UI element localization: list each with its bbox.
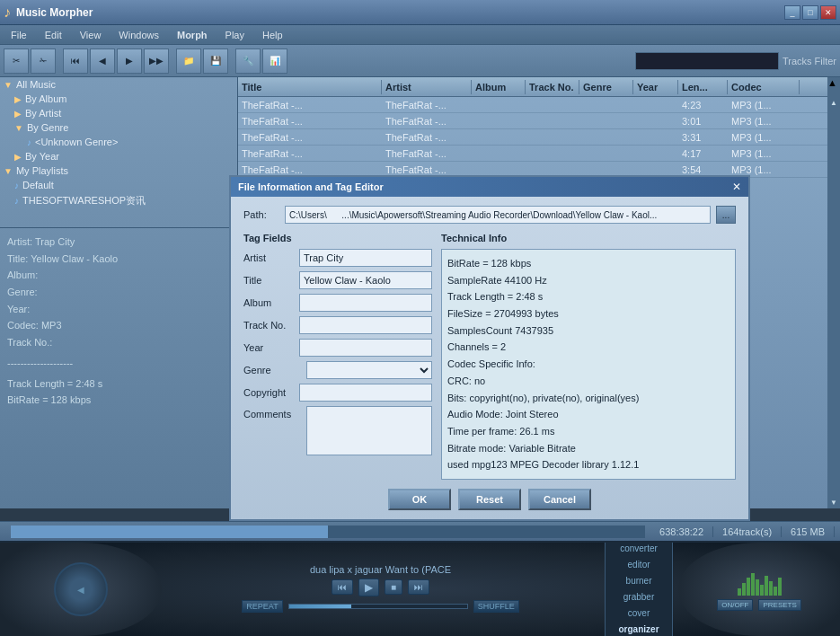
info-track-length: Track Length = 2:48 s bbox=[7, 375, 230, 393]
scroll-down[interactable]: ▼ bbox=[830, 499, 837, 507]
tree-item-my-playlists[interactable]: ▼ My Playlists bbox=[0, 163, 237, 178]
path-browse-button[interactable]: ... bbox=[716, 206, 736, 224]
prev-button[interactable]: ⏮ bbox=[332, 579, 353, 595]
field-input-artist[interactable] bbox=[299, 249, 432, 267]
tech-bits: Bits: copyright(no), private(no), origin… bbox=[447, 390, 729, 407]
tracks-filter-input[interactable] bbox=[635, 52, 779, 70]
repeat-button[interactable]: REPEAT bbox=[242, 600, 282, 613]
menu-view[interactable]: View bbox=[76, 28, 105, 42]
field-label-title: Title bbox=[243, 275, 299, 286]
track-year bbox=[633, 153, 678, 155]
morph-item-grabber[interactable]: grabber bbox=[615, 589, 663, 605]
path-label: Path: bbox=[243, 209, 279, 220]
tree-item-softwareshop[interactable]: ♪ THESOFTWARESHOP资讯 bbox=[0, 192, 237, 209]
toolbar-btn-7[interactable]: 📁 bbox=[176, 49, 201, 74]
maximize-button[interactable]: □ bbox=[802, 5, 818, 20]
morph-item-converter[interactable]: converter bbox=[615, 541, 663, 557]
tree-label-by-year: By Year bbox=[25, 151, 59, 162]
field-input-trackno[interactable] bbox=[299, 316, 432, 334]
tree-item-by-album[interactable]: ▶ By Album bbox=[0, 92, 237, 106]
col-header-year: Year bbox=[633, 80, 678, 94]
track-row[interactable]: TheFatRat -... TheFatRat -... 3:31 MP3 (… bbox=[238, 129, 840, 146]
col-header-genre: Genre bbox=[579, 80, 633, 94]
play-button[interactable]: ▶ bbox=[358, 579, 379, 596]
track-len: 3:01 bbox=[678, 115, 728, 128]
info-artist-label: Artist: bbox=[7, 236, 35, 247]
shuffle-button[interactable]: SHUFFLE bbox=[473, 600, 519, 613]
track-row[interactable]: TheFatRat -... TheFatRat -... 4:17 MP3 (… bbox=[238, 146, 840, 162]
folder-icon: ▼ bbox=[14, 123, 23, 133]
field-row-trackno: Track No. bbox=[243, 316, 432, 334]
field-textarea-comments[interactable] bbox=[306, 406, 432, 455]
close-button[interactable]: ✕ bbox=[820, 5, 836, 20]
eq-bars bbox=[738, 569, 782, 596]
stop-button[interactable]: ■ bbox=[385, 579, 402, 595]
scrollbar[interactable]: ▲ ▼ bbox=[827, 97, 840, 508]
track-trackno bbox=[526, 169, 579, 171]
menu-play[interactable]: Play bbox=[222, 28, 248, 42]
toolbar-btn-8[interactable]: 💾 bbox=[203, 49, 228, 74]
scroll-up[interactable]: ▲ bbox=[830, 99, 837, 107]
toolbar-btn-4[interactable]: ◀ bbox=[90, 49, 115, 74]
onoff-button[interactable]: ON/OFF bbox=[717, 599, 753, 611]
menu-help[interactable]: Help bbox=[259, 28, 287, 42]
field-row-copyright: Copyright bbox=[243, 384, 432, 402]
morph-menu-area: morpher converter editor burner grabber … bbox=[599, 541, 678, 636]
tree-label-unknown-genre: <Unknown Genre> bbox=[35, 137, 118, 147]
tree-item-by-artist[interactable]: ▶ By Artist bbox=[0, 106, 237, 120]
field-input-album[interactable] bbox=[299, 294, 432, 312]
music-icon: ♪ bbox=[14, 181, 19, 190]
morph-item-organizer[interactable]: organizer bbox=[615, 622, 663, 636]
tree-item-default[interactable]: ♪ Default bbox=[0, 178, 237, 192]
col-header-album: Album bbox=[472, 80, 526, 94]
track-title: TheFatRat -... bbox=[238, 115, 382, 128]
field-input-copyright[interactable] bbox=[299, 384, 432, 402]
path-input[interactable] bbox=[285, 206, 711, 224]
cancel-button[interactable]: Cancel bbox=[528, 489, 591, 510]
toolbar-btn-9[interactable]: 🔧 bbox=[235, 49, 261, 74]
menu-windows[interactable]: Windows bbox=[115, 28, 163, 42]
music-icon: ♪ bbox=[14, 196, 19, 206]
toolbar-btn-6[interactable]: ▶▶ bbox=[144, 49, 169, 74]
toolbar-btn-3[interactable]: ⏮ bbox=[63, 49, 88, 74]
tree-item-unknown-genre[interactable]: ♪ <Unknown Genre> bbox=[0, 135, 237, 149]
left-knob[interactable]: ◀ bbox=[54, 562, 108, 616]
track-title: TheFatRat -... bbox=[238, 99, 382, 111]
next-button[interactable]: ⏭ bbox=[408, 579, 429, 595]
field-input-title[interactable] bbox=[299, 271, 432, 289]
track-genre bbox=[579, 153, 633, 155]
toolbar-btn-5[interactable]: ▶ bbox=[117, 49, 142, 74]
menu-file[interactable]: File bbox=[7, 28, 31, 42]
tech-samplescount: SamplesCount 7437935 bbox=[447, 322, 729, 340]
dialog-content: Path: ... Tag Fields Artist Title Album bbox=[231, 197, 748, 519]
tech-tracklength: Track Length = 2:48 s bbox=[447, 288, 729, 305]
field-input-year[interactable] bbox=[299, 339, 432, 357]
folder-icon: ▶ bbox=[14, 94, 22, 104]
track-codec: MP3 (1... bbox=[728, 131, 800, 144]
presets-button[interactable]: PRESETS bbox=[758, 599, 800, 611]
dialog-close-button[interactable]: ✕ bbox=[732, 181, 741, 193]
tree-item-by-year[interactable]: ▶ By Year bbox=[0, 149, 237, 163]
tech-bitrate: BitRate = 128 kbps bbox=[447, 255, 729, 272]
tree-item-all-music[interactable]: ▼ All Music bbox=[0, 77, 237, 92]
minimize-button[interactable]: _ bbox=[784, 5, 800, 20]
toolbar-btn-1[interactable]: ✂ bbox=[4, 49, 29, 74]
morph-item-editor[interactable]: editor bbox=[615, 557, 663, 573]
menu-morph[interactable]: Morph bbox=[173, 28, 211, 42]
tree-label-by-genre: By Genre bbox=[27, 122, 68, 133]
tree-item-by-genre[interactable]: ▼ By Genre bbox=[0, 120, 237, 135]
track-row[interactable]: TheFatRat -... TheFatRat -... 4:23 MP3 (… bbox=[238, 97, 840, 113]
nav-left-icon: ◀ bbox=[54, 562, 108, 616]
track-row[interactable]: TheFatRat -... TheFatRat -... 3:01 MP3 (… bbox=[238, 113, 840, 129]
info-trackno: Track No.: bbox=[7, 334, 230, 351]
menu-edit[interactable]: Edit bbox=[41, 28, 66, 42]
field-select-genre[interactable] bbox=[306, 361, 432, 379]
ok-button[interactable]: OK bbox=[388, 489, 451, 510]
track-trackno bbox=[526, 153, 579, 155]
toolbar-btn-10[interactable]: 📊 bbox=[262, 49, 287, 74]
toolbar-btn-2[interactable]: ✁ bbox=[31, 49, 56, 74]
morph-item-cover[interactable]: cover bbox=[615, 605, 663, 622]
reset-button[interactable]: Reset bbox=[458, 489, 521, 510]
progress-bar[interactable] bbox=[288, 604, 468, 609]
morph-item-burner[interactable]: burner bbox=[615, 573, 663, 589]
